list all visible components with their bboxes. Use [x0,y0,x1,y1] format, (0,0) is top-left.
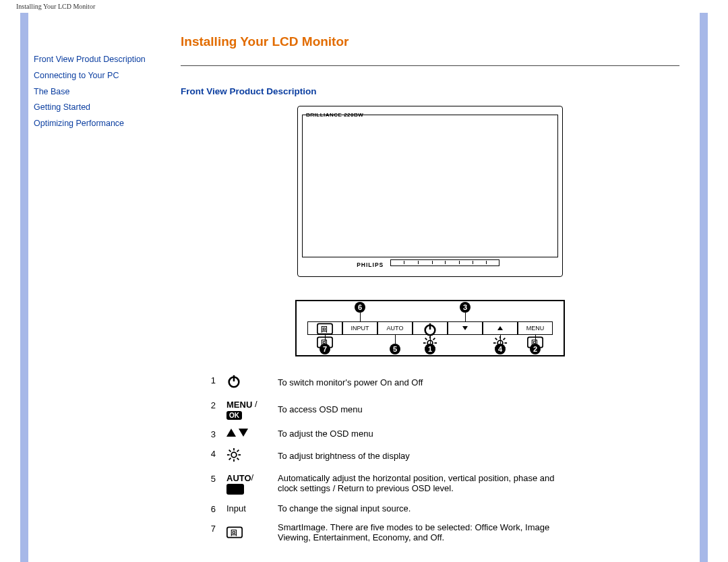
svg-line-20 [495,338,497,340]
menu-label: MENU [226,400,252,410]
power-icon [226,374,241,389]
panel-button: INPUT6 [342,321,377,335]
callout-number: 3 [460,302,471,313]
table-row: 1To switch monitor's power On and Off [197,370,581,395]
row-icon: AUTO/ [221,468,272,499]
monitor-screen [302,115,558,257]
sidebar-item-optimizing[interactable]: Optimizing Performance [34,116,162,132]
row-icon [221,443,272,468]
svg-line-23 [504,338,506,340]
button-row: 回回7INPUT6AUTO5134MENU回2 [307,321,553,335]
section-title: Front View Product Description [181,86,679,96]
callout-number: 7 [320,344,330,354]
return-icon [229,485,241,494]
table-row: 2MENU / OKTo access OSD menu [197,395,581,424]
header-strip: Installing Your LCD Monitor [0,0,728,13]
svg-text:回: 回 [231,529,237,536]
arrow-up-icon [226,429,236,437]
divider [181,65,679,66]
input-label: Input [226,503,246,513]
decor-bar-left [20,13,28,562]
row-number: 3 [197,424,221,443]
panel-button-label: AUTO [387,325,404,332]
smartimage-icon: 回 [226,526,243,538]
main-content: Installing Your LCD Monitor Front View P… [167,13,700,562]
panel-button: 1 [413,321,448,335]
svg-point-28 [231,452,237,458]
smartimage-icon: 回 [317,323,333,335]
svg-text:回: 回 [321,325,328,333]
row-description: To adjust brightness of the display [272,443,581,468]
row-icon [221,370,272,395]
svg-line-35 [229,458,231,460]
svg-rect-27 [233,375,235,381]
callout-number: 4 [495,344,506,354]
callout-number: 2 [530,344,541,354]
table-row: 3 To adjust the OSD menu [197,424,581,443]
table-row: 6InputTo change the signal input source. [197,499,581,518]
sidebar-item-front-view[interactable]: Front View Produt Description [34,52,162,68]
svg-line-34 [237,458,239,460]
sidebar-item-connecting[interactable]: Connecting to Your PC [34,68,162,84]
panel-button-label: MENU [526,325,545,332]
panel-button: MENU回2 [518,321,553,335]
panel-button: 3 [448,321,483,335]
page-title: Installing Your LCD Monitor [181,34,679,49]
button-description-table: 1To switch monitor's power On and Off2ME… [197,370,581,547]
arrow-down-icon [462,326,468,330]
row-icon: MENU / OK [221,395,272,424]
panel-button: AUTO5 [377,321,413,335]
brightness-icon [226,447,241,462]
row-number: 2 [197,395,221,424]
button-panel-frame: 回回7INPUT6AUTO5134MENU回2 [295,300,565,356]
svg-line-36 [237,450,239,452]
callout-number: 6 [355,302,365,313]
sidebar-nav: Front View Produt Description Connecting… [28,13,167,562]
row-description: SmartImage. There are five modes to be s… [272,518,581,547]
svg-line-11 [425,338,427,340]
bezel-button-strip [390,259,499,266]
arrow-down-icon [239,429,248,437]
panel-button-label: INPUT [351,325,369,332]
table-row: 5AUTO/Automatically adjust the horizonta… [197,468,581,499]
sidebar-item-base[interactable]: The Base [34,84,162,100]
row-number: 4 [197,443,221,468]
svg-line-14 [433,338,435,340]
svg-rect-5 [429,323,431,330]
table-row: 7回SmartImage. There are five modes to be… [197,518,581,547]
row-description: To adjust the OSD menu [272,424,581,443]
row-description: To switch monitor's power On and Off [272,370,581,395]
panel-button: 回回7 [307,321,342,335]
row-number: 1 [197,370,221,395]
panel-button: 4 [483,321,518,335]
row-icon: 回 [221,518,272,547]
callout-number: 5 [390,344,400,354]
table-row: 4To adjust brightness of the display [197,443,581,468]
svg-line-33 [229,450,231,452]
monitor-outline: BRILLIANCE 220BW PHILIPS [297,106,563,277]
brand-top-label: BRILLIANCE 220BW [306,112,363,118]
row-number: 5 [197,468,221,499]
row-description: To access OSD menu [272,395,581,424]
sidebar-item-getting-started[interactable]: Getting Started [34,100,162,116]
button-panel-figure: 回回7INPUT6AUTO5134MENU回2 [181,285,679,356]
row-icon: Input [221,499,272,518]
decor-bar-right [700,13,708,562]
return-badge [226,484,244,495]
row-description: To change the signal input source. [272,499,581,518]
row-number: 7 [197,518,221,547]
callout-number: 1 [425,344,435,354]
page-frame: Front View Produt Description Connecting… [20,13,708,562]
arrow-up-icon [497,326,503,330]
monitor-figure: BRILLIANCE 220BW PHILIPS [181,106,679,277]
row-description: Automatically adjust the horizontal posi… [272,468,581,499]
monitor-bezel-bottom: PHILIPS [302,259,558,274]
row-icon [221,424,272,443]
ok-badge: OK [226,411,242,420]
brand-bottom-label: PHILIPS [357,261,384,268]
row-number: 6 [197,499,221,518]
auto-label: AUTO [226,473,251,483]
